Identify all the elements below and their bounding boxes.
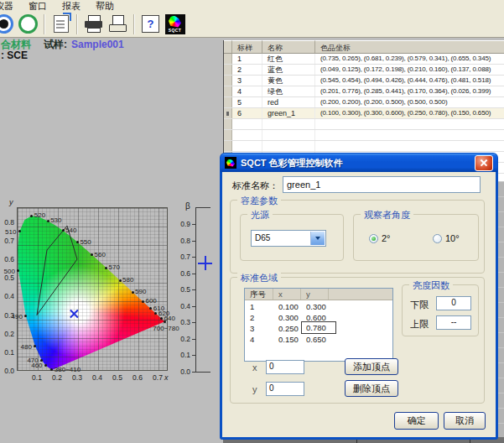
x-tick-label: 0.7 [149, 373, 166, 382]
standard-name-label: 标准名称： [232, 180, 278, 192]
row-selector [224, 130, 232, 140]
delete-vertex-button[interactable]: 删除顶点 [345, 380, 398, 397]
vertex-row[interactable]: 40.1500.650 [245, 333, 392, 344]
x-tick-label: 0.6 [129, 373, 146, 382]
beta-tick-label: 0.0 [174, 367, 190, 376]
wavelength-label: 530 [50, 216, 61, 224]
wavelength-dot [164, 321, 166, 323]
vertex-column-2: y [301, 289, 329, 300]
wavelength-label: 540 [65, 227, 76, 234]
x-tick-label: 0.1 [29, 373, 45, 382]
wavelength-label: 590 [135, 288, 146, 295]
vertex-y-edit-input[interactable]: 0.780 [301, 321, 336, 334]
beta-tick [192, 289, 195, 290]
ok-button[interactable]: 确定 [394, 412, 439, 430]
beta-tick [192, 224, 195, 225]
beta-tick-label: 0.4 [174, 302, 190, 310]
vertex-x: 0.250 [273, 323, 301, 333]
light-source-label: 光源 [247, 209, 273, 222]
vertex-index: 2 [245, 312, 273, 322]
radio-observer-10-label: 10° [445, 233, 460, 243]
y-coord-label: y [252, 384, 257, 394]
beta-tick [192, 322, 195, 323]
table-row-empty [224, 119, 504, 130]
table-row[interactable]: 6green_1(0.100, 0.300), (0.300, 0.600), … [224, 108, 504, 119]
beta-tick-label: 0.8 [174, 237, 190, 245]
beta-tick [192, 339, 195, 340]
wavelength-label: 490 [0, 313, 23, 321]
radio-observer-2[interactable]: 2° [369, 233, 391, 243]
close-icon[interactable] [475, 155, 493, 171]
row-selector [224, 86, 232, 96]
beta-marker [205, 256, 206, 270]
cell-name: 蓝色 [262, 65, 315, 75]
cell-name: green_1 [262, 108, 315, 118]
add-vertex-button[interactable]: 添加顶点 [345, 358, 398, 375]
vertex-list-body: 10.1000.30020.3000.60030.2500.78040.1500… [245, 300, 392, 344]
light-source-value: D65 [255, 233, 270, 242]
wavelength-label: 560 [95, 251, 106, 258]
beta-tick-label: 0.2 [174, 335, 190, 343]
beta-tick-label: 0.6 [174, 269, 190, 278]
wavelength-label: 550 [80, 238, 91, 246]
tolerance-group: 容差参数 光源 D65 观察者角度 2° 10° [230, 200, 485, 274]
upper-limit-label: 上限 [410, 318, 429, 331]
vertex-column-1: x [273, 289, 301, 300]
x-coord-label: x [252, 362, 257, 373]
vertex-row[interactable]: 10.1000.300 [245, 300, 392, 311]
light-source-combo[interactable]: D65 [251, 230, 326, 247]
table-row[interactable]: 5red(0.200, 0.200), (0.200, 0.500), (0.5… [224, 97, 504, 108]
wavelength-dot [47, 220, 49, 222]
cancel-button[interactable]: 取消 [444, 412, 486, 430]
lower-limit-input[interactable]: 0 [436, 296, 471, 310]
column-header-2: 色品坐标 [315, 40, 504, 53]
row-selector [224, 65, 232, 75]
y-tick-label: 0.5 [0, 274, 14, 282]
beta-tick-label: 0.3 [174, 318, 190, 326]
observer-group-label: 观察者角度 [361, 209, 413, 222]
y-axis-label: y [9, 198, 13, 206]
y-tick-label: 0.4 [0, 292, 14, 300]
dialog-title: SQCT 色彩管理控制软件 [241, 157, 343, 169]
vertex-x: 0.100 [273, 301, 301, 311]
gamut-polygon [37, 226, 77, 315]
dialog-sqct-icon [225, 157, 236, 169]
tolerance-group-label: 容差参数 [237, 195, 281, 207]
table-row[interactable]: 1红色(0.735, 0.265), (0.681, 0.239), (0.57… [224, 54, 504, 65]
cell-id [232, 141, 262, 151]
x-coord-input[interactable]: 0 [266, 360, 304, 374]
x-tick-label: 0.3 [69, 373, 86, 382]
beta-tick-label: 0.5 [174, 285, 190, 294]
observer-group: 观察者角度 2° 10° [353, 214, 479, 261]
standard-name-input[interactable]: green_1 [283, 176, 481, 193]
beta-axis-line [195, 207, 196, 373]
x-axis-label: x [164, 373, 169, 382]
cell-coords: (0.201, 0.776), (0.285, 0.441), (0.170, … [315, 86, 504, 96]
cell-coords: (0.735, 0.265), (0.681, 0.239), (0.579, … [315, 54, 504, 64]
table-row[interactable]: 3黄色(0.545, 0.454), (0.494, 0.426), (0.44… [224, 76, 504, 86]
y-tick-label: 0.6 [0, 255, 14, 263]
dialog-titlebar: SQCT 色彩管理控制软件 [221, 154, 497, 172]
radio-observer-10[interactable]: 10° [433, 233, 460, 243]
combo-dropdown-button[interactable] [310, 232, 325, 245]
selector-column-header [224, 40, 232, 53]
y-coord-input[interactable]: 0 [266, 382, 304, 396]
radio-observer-2-label: 2° [382, 233, 391, 243]
x-tick-label: 0.5 [109, 373, 126, 382]
row-selector [224, 119, 232, 129]
wavelength-dot [44, 364, 47, 367]
table-row[interactable]: 2蓝色(0.049, 0.125), (0.172, 0.198), (0.21… [224, 65, 504, 76]
cell-id: 4 [232, 86, 262, 96]
row-selector [224, 108, 232, 118]
vertex-list[interactable]: 序号xy 10.1000.30020.3000.60030.2500.78040… [244, 288, 393, 362]
beta-tick-label: 0.1 [174, 351, 190, 359]
upper-limit-input[interactable]: -- [436, 315, 471, 330]
cell-name: 绿色 [262, 86, 315, 96]
y-tick-label: 0.0 [0, 367, 14, 375]
wavelength-dot [76, 241, 79, 243]
table-row[interactable]: 4绿色(0.201, 0.776), (0.285, 0.441), (0.17… [224, 86, 504, 97]
beta-tick-label: 0.7 [174, 253, 190, 261]
vertex-row[interactable]: 30.2500.780 [245, 322, 392, 333]
beta-tick [192, 372, 195, 373]
cell-coords: (0.200, 0.200), (0.200, 0.500), (0.500, … [315, 97, 504, 107]
